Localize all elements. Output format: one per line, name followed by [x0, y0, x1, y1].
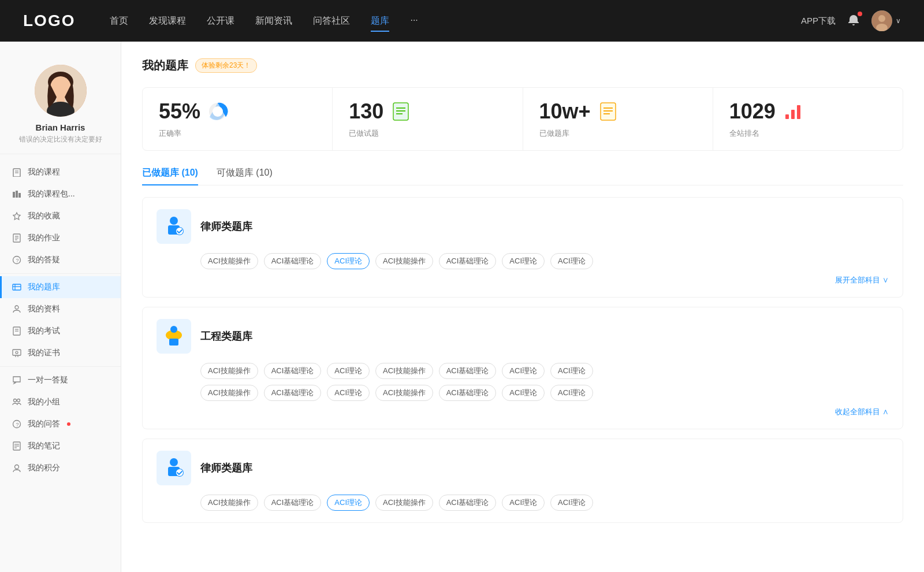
chat-icon	[12, 375, 22, 385]
star-icon	[12, 211, 22, 221]
sidebar-item-one-on-one[interactable]: 一对一答疑	[0, 369, 121, 391]
tab-done-banks[interactable]: 已做题库 (10)	[142, 167, 198, 185]
collapse-button[interactable]: 收起全部科目 ∧	[157, 407, 889, 417]
nav-more[interactable]: ···	[410, 13, 418, 29]
bank-tag[interactable]: ACI理论	[550, 363, 593, 379]
sidebar-label: 我的答疑	[28, 255, 60, 265]
sidebar-label: 我的资料	[28, 304, 60, 314]
sidebar-label: 我的考试	[28, 326, 60, 336]
bank-card-engineer: 工程类题库 ACI技能操作 ACI基础理论 ACI理论 ACI技能操作 ACI基…	[142, 307, 903, 429]
nav-open-course[interactable]: 公开课	[207, 13, 234, 29]
svg-point-56	[170, 217, 178, 225]
logo: LOGO	[23, 12, 75, 30]
stats-row: 55% 正确率 130	[142, 87, 903, 151]
sidebar-item-my-exam[interactable]: 我的考试	[0, 320, 121, 342]
profile-motto: 错误的决定比没有决定要好	[19, 135, 102, 144]
bank-icon	[12, 282, 22, 292]
trial-badge: 体验剩余23天！	[195, 58, 257, 73]
svg-text:?: ?	[16, 422, 19, 428]
nav-news[interactable]: 新闻资讯	[255, 13, 292, 29]
user-menu[interactable]: ∨	[871, 10, 901, 31]
main-content: 我的题库 体验剩余23天！ 55%	[121, 42, 924, 572]
lawyer-icon-2	[157, 451, 191, 485]
bank-tag[interactable]: ACI技能操作	[200, 385, 258, 401]
bank-tag-active[interactable]: ACI理论	[327, 253, 370, 269]
bank-tag[interactable]: ACI基础理论	[439, 363, 497, 379]
bank-tags-row: ACI技能操作 ACI基础理论 ACI理论 ACI技能操作 ACI基础理论 AC…	[157, 253, 889, 269]
bank-tag[interactable]: ACI理论	[550, 495, 593, 511]
nav-qa[interactable]: 问答社区	[313, 13, 350, 29]
bank-tag[interactable]: ACI理论	[550, 385, 593, 401]
svg-point-29	[16, 351, 18, 354]
sidebar-label: 我的收藏	[28, 211, 60, 221]
nav-home[interactable]: 首页	[110, 13, 128, 29]
profile-icon	[12, 304, 22, 314]
sidebar-item-my-bank[interactable]: 我的题库	[0, 276, 121, 298]
sidebar-label: 我的证书	[28, 348, 60, 358]
svg-marker-14	[13, 213, 20, 220]
sidebar-item-my-collection[interactable]: 我的收藏	[0, 205, 121, 227]
notification-bell-icon[interactable]	[847, 14, 860, 28]
sidebar-item-my-course-package[interactable]: 我的课程包...	[0, 183, 121, 205]
svg-rect-12	[16, 191, 18, 198]
bank-tag[interactable]: ACI基础理论	[264, 385, 322, 401]
bank-tag[interactable]: ACI基础理论	[439, 385, 497, 401]
bank-tag-active[interactable]: ACI理论	[327, 495, 370, 511]
bank-card-lawyer-1: 律师类题库 ACI技能操作 ACI基础理论 ACI理论 ACI技能操作 ACI基…	[142, 197, 903, 298]
sidebar-item-my-homework[interactable]: 我的作业	[0, 227, 121, 249]
bank-tag[interactable]: ACI技能操作	[200, 495, 258, 511]
bank-tag[interactable]: ACI技能操作	[375, 495, 433, 511]
svg-rect-21	[13, 284, 21, 290]
dropdown-arrow-icon: ∨	[896, 17, 901, 25]
sidebar-item-my-cert[interactable]: 我的证书	[0, 342, 121, 364]
bank-tag[interactable]: ACI技能操作	[200, 363, 258, 379]
bank-tag[interactable]: ACI技能操作	[375, 253, 433, 269]
stat-accuracy-value: 55%	[159, 99, 200, 124]
expand-button[interactable]: 展开全部科目 ∨	[157, 275, 889, 285]
bank-tag[interactable]: ACI基础理论	[264, 253, 322, 269]
bank-tag[interactable]: ACI技能操作	[375, 363, 433, 379]
sidebar-item-my-points[interactable]: 我的积分	[0, 457, 121, 479]
bank-tag[interactable]: ACI技能操作	[200, 253, 258, 269]
tab-available-banks[interactable]: 可做题库 (10)	[217, 167, 273, 185]
svg-rect-28	[13, 350, 21, 355]
bank-tag[interactable]: ACI基础理论	[264, 495, 322, 511]
bank-tags-row-2: ACI技能操作 ACI基础理论 ACI理论 ACI技能操作 ACI基础理论 AC…	[157, 385, 889, 401]
main-layout: Brian Harris 错误的决定比没有决定要好 我的课程 我的课程包...	[0, 42, 924, 572]
bank-tag[interactable]: ACI技能操作	[375, 385, 433, 401]
bank-tag[interactable]: ACI基础理论	[439, 495, 497, 511]
svg-point-40	[15, 465, 19, 469]
stat-accuracy-label: 正确率	[159, 128, 316, 139]
svg-rect-55	[797, 105, 800, 119]
bank-tag[interactable]: ACI理论	[502, 253, 545, 269]
bank-tag[interactable]: ACI基础理论	[439, 253, 497, 269]
svg-point-24	[15, 306, 18, 309]
bank-tag[interactable]: ACI理论	[327, 363, 370, 379]
sidebar-item-my-course[interactable]: 我的课程	[0, 161, 121, 183]
bank-tag[interactable]: ACI理论	[327, 385, 370, 401]
sidebar-item-my-profile[interactable]: 我的资料	[0, 298, 121, 320]
sidebar-label: 我的问答	[28, 419, 60, 429]
engineer-icon	[157, 319, 191, 354]
stat-questions-done: 130 已做试题	[333, 88, 523, 150]
bank-tag[interactable]: ACI理论	[502, 363, 545, 379]
note-yellow-icon	[598, 101, 619, 122]
bank-tag[interactable]: ACI理论	[502, 495, 545, 511]
bank-card-header: 律师类题库	[157, 209, 889, 244]
nav-discover[interactable]: 发现课程	[149, 13, 186, 29]
bank-tag[interactable]: ACI基础理论	[264, 363, 322, 379]
sidebar-menu: 我的课程 我的课程包... 我的收藏 我的作业	[0, 159, 121, 481]
notes-icon	[12, 441, 22, 451]
sidebar-label: 我的题库	[28, 282, 60, 292]
sidebar-item-my-qa[interactable]: ? 我的问答	[0, 413, 121, 435]
sidebar-item-my-notes[interactable]: 我的笔记	[0, 435, 121, 457]
nav-question-bank[interactable]: 题库	[371, 13, 389, 29]
bank-tag[interactable]: ACI理论	[502, 385, 545, 401]
app-download-button[interactable]: APP下载	[801, 16, 836, 27]
sidebar-item-my-questions[interactable]: ? 我的答疑	[0, 249, 121, 271]
course-package-icon	[12, 189, 22, 199]
sidebar-item-my-group[interactable]: 我的小组	[0, 391, 121, 413]
homework-icon	[12, 233, 22, 243]
bank-tag[interactable]: ACI理论	[550, 253, 593, 269]
qa-notification-dot	[67, 422, 70, 426]
